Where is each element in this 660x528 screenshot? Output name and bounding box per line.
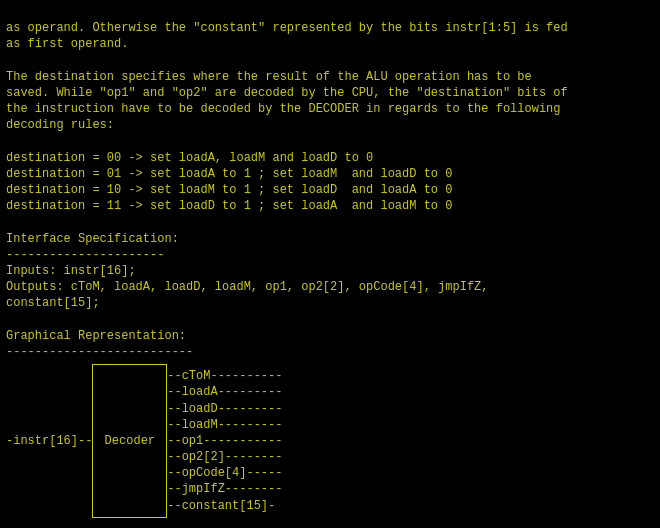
output-jmpIfZ: --jmpIfZ-------- (167, 481, 282, 497)
main-content: as operand. Otherwise the "constant" rep… (6, 4, 654, 360)
decoder-label: Decoder (97, 433, 162, 449)
interface-label: Interface Specification: (6, 232, 179, 246)
decoding-rules: destination = 00 -> set loadA, loadM and… (6, 151, 452, 214)
inputs-line: Inputs: instr[16]; (6, 264, 136, 278)
output-opCode: --opCode[4]----- (167, 465, 282, 481)
graphical-label: Graphical Representation: (6, 329, 186, 343)
diagram-outputs: --cToM---------- --loadA--------- --load… (167, 364, 282, 518)
examples-section: Examples: --------- instr || cToM | jmpI… (6, 522, 654, 528)
intro-text: as operand. Otherwise the "constant" rep… (6, 21, 568, 132)
output-op1: --op1----------- (167, 433, 282, 449)
output-op2: --op2[2]-------- (167, 449, 282, 465)
interface-divider: ---------------------- (6, 248, 164, 262)
output-loadD: --loadD--------- (167, 401, 282, 417)
output-cToM: --cToM---------- (167, 368, 282, 384)
diagram: -instr[16]-- Decoder --cToM---------- --… (6, 364, 654, 518)
diagram-left-label: -instr[16]-- (6, 364, 92, 518)
graphical-divider: -------------------------- (6, 345, 193, 359)
output-loadA: --loadA--------- (167, 384, 282, 400)
outputs-line: Outputs: cToM, loadA, loadD, loadM, op1,… (6, 280, 488, 310)
decoder-box: Decoder (92, 364, 167, 518)
output-loadM: --loadM--------- (167, 417, 282, 433)
output-constant: --constant[15]- (167, 498, 282, 514)
